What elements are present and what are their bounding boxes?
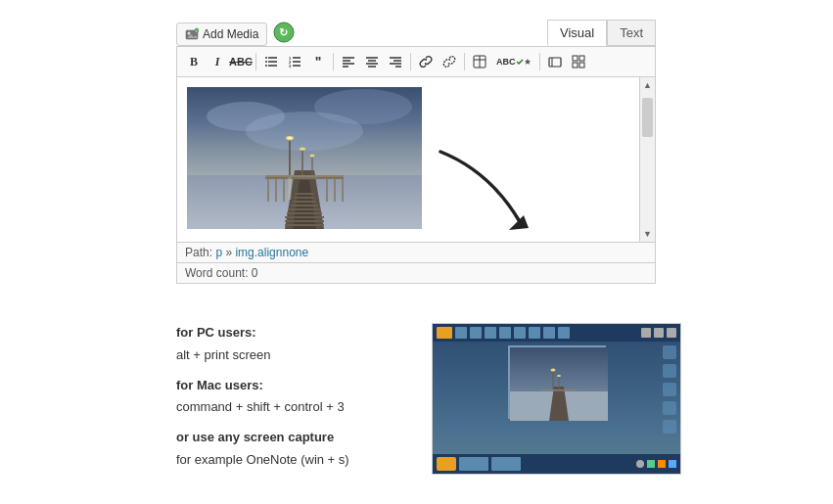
fullscreen-button[interactable] [544,51,566,72]
pc-shortcut: alt + print screen [176,345,349,366]
svg-point-61 [300,148,305,151]
strikethrough-button[interactable]: ABC [230,51,252,72]
svg-text:3: 3 [289,64,292,69]
svg-point-13 [265,65,267,67]
editor-body[interactable]: ▲ ▼ [176,77,656,243]
screenshot-thumbnail [432,323,681,475]
separator-4 [464,53,465,70]
desktop-icons [663,345,676,434]
blockquote-button[interactable]: " [307,51,329,72]
svg-rect-50 [267,177,269,202]
insert-table-button[interactable] [469,51,490,72]
align-right-button[interactable] [385,51,406,72]
other-example: for example OneNote (win + s) [176,450,349,471]
editor-image-wrapper[interactable] [187,87,645,232]
svg-point-63 [310,155,315,157]
pier-image [187,87,422,229]
unlink-button[interactable] [439,51,460,72]
taskbar-item-4 [499,327,511,339]
svg-point-46 [246,112,363,151]
word-count-value: 0 [252,266,258,280]
align-left-button[interactable] [338,51,359,72]
desktop-icon-2 [663,364,676,378]
scroll-track[interactable] [640,93,655,226]
svg-rect-40 [573,63,578,68]
separator-5 [539,53,540,70]
taskbar-item-1 [455,327,467,339]
tray-net-icon [647,460,655,468]
svg-marker-35 [525,59,531,65]
align-center-button[interactable] [361,51,383,72]
instructions-section: for PC users: alt + print screen for Mac… [176,323,349,481]
pc-instructions: for PC users: alt + print screen [176,323,349,366]
svg-rect-51 [275,177,277,202]
ol-button[interactable]: 123 [284,51,305,72]
svg-rect-72 [295,193,314,195]
desktop-icon-3 [663,383,676,396]
word-count-label: Word count: [185,266,248,280]
path-label: Path: [185,246,212,259]
path-img-link[interactable]: img.alignnone [235,246,308,259]
italic-button[interactable]: I [207,51,228,72]
tabs-container: Visual Text [547,20,656,46]
svg-rect-71 [294,197,315,199]
desktop-icon-5 [663,420,676,434]
path-p-link[interactable]: p [215,246,222,259]
svg-rect-36 [549,58,561,67]
tab-visual[interactable]: Visual [547,20,607,46]
tray-icon-3 [667,328,676,338]
svg-rect-54 [334,177,336,202]
toolbar: B I ABC 123 " ABC [176,46,656,77]
separator-2 [333,53,334,70]
separator-3 [410,53,411,70]
other-instructions: or use any screen capture for example On… [176,428,349,471]
add-media-label: Add Media [203,27,258,41]
svg-point-11 [265,57,267,59]
mac-label: for Mac users: [176,376,349,396]
bold-button[interactable]: B [183,51,205,72]
desktop-icon-4 [663,401,676,415]
scroll-up-arrow[interactable]: ▲ [640,77,655,93]
svg-rect-52 [283,177,285,202]
scroll-thumb[interactable] [642,98,653,137]
svg-text:+: + [196,28,198,32]
toggle-editor-button[interactable] [568,51,589,72]
start-icon [437,327,452,339]
svg-point-82 [557,375,561,377]
taskbar-item-3 [485,327,496,339]
svg-rect-49 [265,175,344,177]
start-button [437,457,456,471]
taskbar-bottom [433,454,680,474]
editor-content[interactable] [177,77,655,242]
ul-button[interactable] [260,51,282,72]
svg-rect-39 [579,56,584,61]
tray-icon-1 [641,328,651,338]
taskbar-bottom-item-2 [491,457,521,471]
link-button[interactable] [415,51,437,72]
word-count-bar: Word count: 0 [176,263,656,284]
spellcheck-button[interactable]: ABC [492,51,535,72]
desktop-icon-1 [663,345,676,359]
svg-rect-65 [285,220,324,222]
top-bar: + Add Media ↻ Visual Text [176,20,656,46]
system-tray-bottom [636,460,676,468]
tray-clock-icon [636,460,644,468]
svg-rect-38 [573,56,578,61]
add-media-button[interactable]: + Add Media [176,23,267,46]
scrollbar[interactable]: ▲ ▼ [639,77,655,242]
other-label: or use any screen capture [176,428,349,448]
scroll-down-arrow[interactable]: ▼ [640,226,655,242]
svg-rect-41 [579,63,584,68]
svg-point-80 [550,369,555,372]
svg-rect-53 [326,177,328,202]
taskbar-item-8 [558,327,570,339]
tab-text[interactable]: Text [607,20,656,46]
svg-point-12 [265,61,267,63]
media-icon-extra: ↻ [273,22,295,46]
tray-warn-icon [658,460,666,468]
svg-text:↻: ↻ [279,26,288,38]
svg-rect-66 [285,216,324,218]
tray-icon-2 [654,328,664,338]
taskbar-item-7 [543,327,555,339]
svg-rect-69 [291,205,318,206]
